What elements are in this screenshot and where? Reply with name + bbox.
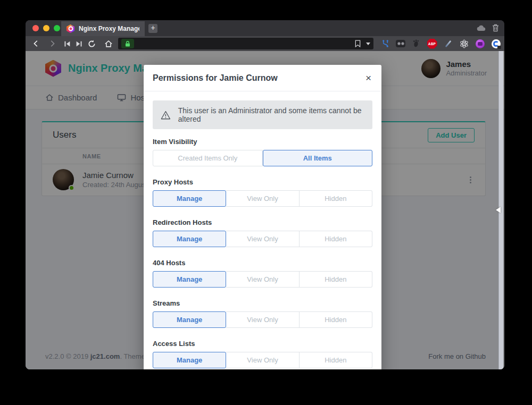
streams-manage-button[interactable]: Manage [153,311,226,328]
pen-extension-icon[interactable] [443,38,453,49]
admin-warning-alert: This user is an Administrator and some i… [153,100,372,129]
section-label-404-hosts: 404 Hosts [153,259,372,267]
streams-view-only-button[interactable]: View Only [226,311,299,328]
bookmarks-caret-icon[interactable] [366,43,370,45]
new-tab-button[interactable]: + [148,24,157,33]
warning-icon [161,110,171,120]
browser-toolbar: ABP [26,36,504,51]
close-window-button[interactable] [32,25,39,31]
access-lists-group: Manage View Only Hidden [153,352,372,368]
modal-title: Permissions for Jamie Curnow [153,73,278,83]
skip-start-icon[interactable] [61,37,73,50]
cloud-icon[interactable] [477,25,486,31]
proxy-hosts-view-only-button[interactable]: View Only [226,190,299,207]
404-hosts-group: Manage View Only Hidden [153,271,372,288]
tab-title: Nginx Proxy Manager [79,25,139,32]
redirection-hosts-hidden-button[interactable]: Hidden [300,231,372,247]
browser-window: Nginx Proxy Manager + [26,20,504,369]
item-visibility-group: Created Items Only All Items [153,150,372,166]
section-label-streams: Streams [153,299,372,307]
forward-icon[interactable] [46,37,59,50]
access-lists-manage-button[interactable]: Manage [153,352,226,368]
home-icon[interactable] [102,37,115,50]
access-lists-view-only-button[interactable]: View Only [226,352,299,368]
redirection-hosts-manage-button[interactable]: Manage [153,231,226,247]
favicon [66,24,74,33]
purple-extension-icon[interactable] [476,39,485,48]
section-label-proxy-hosts: Proxy Hosts [153,178,372,186]
streams-group: Manage View Only Hidden [153,311,372,328]
back-icon[interactable] [30,37,43,50]
window-controls [32,25,60,31]
close-icon[interactable]: × [364,73,372,83]
mouse-cursor [496,207,501,213]
trash-icon[interactable] [492,24,499,32]
visibility-all-items-button[interactable]: All Items [263,150,373,166]
section-label-redirection-hosts: Redirection Hosts [153,218,372,226]
404-hosts-manage-button[interactable]: Manage [153,271,226,288]
alert-text: This user is an Administrator and some i… [178,106,364,123]
desktop: Nginx Proxy Manager + [0,0,532,405]
section-label-item-visibility: Item Visibility [153,138,372,146]
access-lists-hidden-button[interactable]: Hidden [300,352,372,368]
404-hosts-view-only-button[interactable]: View Only [226,271,299,288]
browser-tabbar: Nginx Proxy Manager + [26,20,504,36]
privacy-lock-extension-icon[interactable] [492,39,501,48]
proxy-hosts-manage-button[interactable]: Manage [153,190,226,207]
reload-icon[interactable] [85,37,98,50]
footprint-extension-icon[interactable] [411,38,421,49]
404-hosts-hidden-button[interactable]: Hidden [300,271,372,288]
skip-end-icon[interactable] [72,37,85,50]
proxy-hosts-hidden-button[interactable]: Hidden [300,190,372,207]
zoom-window-button[interactable] [54,25,60,31]
https-lock-icon[interactable] [121,39,134,48]
robot-extension-icon[interactable] [396,40,405,47]
atom-extension-icon[interactable] [459,38,469,49]
bookmark-icon[interactable] [355,40,361,47]
url-bar[interactable] [118,38,373,49]
browser-tab[interactable]: Nginx Proxy Manager [61,21,145,36]
browser-viewport: Nginx Proxy Manager James Administrator … [26,51,504,369]
redirection-hosts-group: Manage View Only Hidden [153,231,372,247]
redirection-hosts-view-only-button[interactable]: View Only [226,231,299,247]
fork-extension-icon[interactable] [380,38,390,49]
adblock-plus-icon[interactable]: ABP [427,39,437,49]
visibility-created-items-button[interactable]: Created Items Only [153,150,263,166]
proxy-hosts-group: Manage View Only Hidden [153,190,372,207]
minimize-window-button[interactable] [43,25,49,31]
streams-hidden-button[interactable]: Hidden [300,311,372,328]
extension-icons: ABP [380,37,501,50]
permissions-modal: Permissions for Jamie Curnow × This user… [144,65,381,369]
section-label-access-lists: Access Lists [153,340,372,348]
